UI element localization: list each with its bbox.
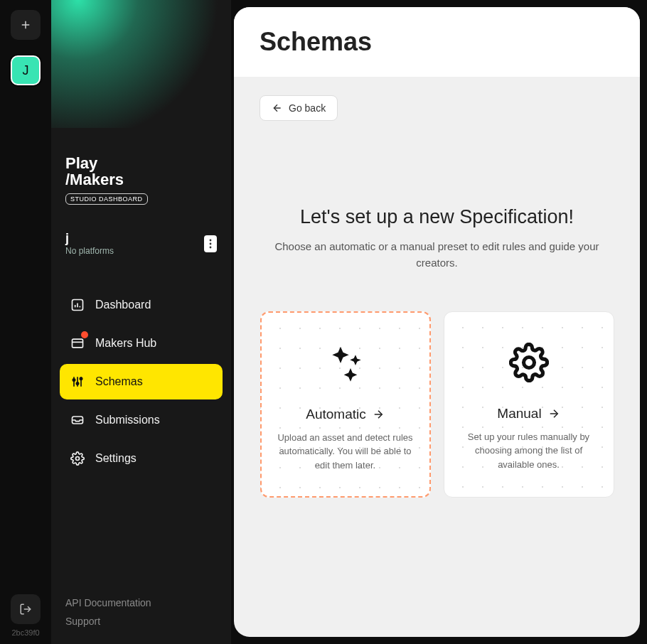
- svg-point-17: [80, 377, 82, 380]
- notification-badge: [81, 331, 88, 338]
- sliders-icon: [70, 374, 85, 390]
- setup-subtitle: Choose an automatic or a manual preset t…: [260, 238, 614, 272]
- api-docs-link[interactable]: API Documentation: [65, 597, 217, 608]
- brand-block: Play /Makers STUDIO DASHBOARD: [51, 128, 231, 212]
- sidebar-item-schemas[interactable]: Schemas: [60, 364, 223, 399]
- inbox-icon: [70, 412, 85, 428]
- preset-card-manual[interactable]: Manual Set up your rules manually by cho…: [444, 311, 614, 498]
- setup-title: Let's set up a new Specification!: [260, 206, 614, 228]
- sidebar-item-submissions[interactable]: Submissions: [60, 402, 223, 438]
- main-body: Go back Let's set up a new Specification…: [234, 77, 640, 637]
- app-rail: J 2bc39f0: [0, 0, 51, 644]
- gear-icon: [460, 338, 598, 387]
- workspace-avatar-letter: J: [23, 63, 29, 78]
- sidebar-item-label: Makers Hub: [95, 337, 156, 350]
- brand-line-1: Play: [65, 155, 217, 171]
- main-panel: Schemas Go back Let's set up a new Speci…: [234, 7, 640, 637]
- brand-badge: STUDIO DASHBOARD: [65, 193, 148, 205]
- go-back-label: Go back: [289, 102, 326, 114]
- sidebar: Play /Makers STUDIO DASHBOARD j No platf…: [51, 0, 231, 644]
- svg-point-19: [76, 457, 80, 461]
- go-back-button[interactable]: Go back: [260, 95, 338, 121]
- support-link[interactable]: Support: [65, 616, 217, 627]
- logout-icon: [19, 603, 32, 616]
- workspace-avatar[interactable]: J: [11, 55, 41, 85]
- logout-button[interactable]: [11, 594, 41, 624]
- workspace-name: j: [65, 232, 114, 245]
- gear-icon: [70, 451, 85, 466]
- sidebar-item-settings[interactable]: Settings: [60, 441, 223, 476]
- sidebar-nav: Dashboard Makers Hub Schemas Submissions: [51, 287, 231, 476]
- sidebar-item-label: Settings: [95, 452, 137, 465]
- sidebar-item-dashboard[interactable]: Dashboard: [60, 287, 223, 323]
- brand-line-2: /Makers: [65, 171, 217, 188]
- svg-point-15: [76, 382, 78, 385]
- build-version: 2bc39f0: [11, 628, 39, 637]
- preset-card-title: Automatic: [306, 407, 384, 422]
- sidebar-item-makers-hub[interactable]: Makers Hub: [60, 326, 223, 361]
- sparkles-icon: [277, 338, 414, 388]
- arrow-left-icon: [272, 102, 283, 114]
- svg-point-22: [523, 357, 534, 367]
- add-workspace-button[interactable]: [11, 10, 41, 40]
- arrow-right-icon: [547, 407, 560, 420]
- setup-section: Let's set up a new Specification! Choose…: [260, 206, 614, 498]
- arrow-right-icon: [372, 408, 385, 421]
- workspace-header: j No platforms: [51, 212, 231, 263]
- sidebar-item-label: Submissions: [95, 414, 160, 426]
- preset-card-desc: Upload an asset and detect rules automat…: [277, 431, 414, 473]
- bar-chart-icon: [70, 297, 85, 313]
- preset-card-title: Manual: [497, 406, 560, 422]
- main-header: Schemas: [234, 7, 640, 77]
- svg-point-3: [210, 240, 212, 242]
- svg-point-13: [73, 379, 75, 381]
- svg-point-5: [210, 247, 212, 249]
- preset-card-desc: Set up your rules manually by choosing a…: [460, 430, 598, 472]
- more-vertical-icon: [209, 239, 212, 249]
- workspace-more-button[interactable]: [204, 235, 217, 252]
- svg-rect-10: [73, 339, 83, 348]
- preset-card-automatic[interactable]: Automatic Upload an asset and detect rul…: [260, 311, 431, 498]
- sidebar-item-label: Schemas: [95, 375, 143, 388]
- page-title: Schemas: [260, 27, 614, 57]
- svg-point-4: [210, 243, 212, 245]
- sidebar-item-label: Dashboard: [95, 299, 151, 311]
- preset-cards: Automatic Upload an asset and detect rul…: [260, 311, 614, 498]
- sidebar-footer: API Documentation Support: [51, 597, 231, 644]
- main-wrap: Schemas Go back Let's set up a new Speci…: [231, 0, 647, 644]
- plus-icon: [19, 18, 32, 31]
- workspace-subtitle: No platforms: [65, 246, 114, 256]
